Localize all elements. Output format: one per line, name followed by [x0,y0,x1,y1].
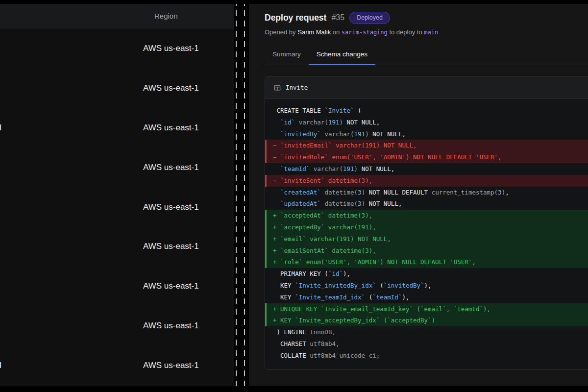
region-cell: AWS us-east-1 [143,281,199,291]
diff-line-ctx: KEY `Invite_invitedBy_idx` (`invitedBy`)… [265,280,588,292]
region-cell: AWS us-east-1 [143,202,199,212]
tab-bar: SummarySchema changes [265,50,588,65]
column-header-label: Region [154,12,178,20]
diff-line-del: − `invitedRole` enum('USER', 'ADMIN') NO… [265,151,588,163]
bottom-edge [0,386,588,392]
diff-line-ctx: COLLATE utf8mb4_unicode_ci; [265,350,588,362]
deploy-meta: Opened by Sarim Malik on sarim-staging t… [265,28,588,36]
table-icon [274,84,281,91]
diff-line-add: + `acceptedBy` varchar(191), [265,221,588,233]
region-cell: AWS us-east-1 [143,321,199,331]
region-cell: AWS us-east-1 [143,123,199,133]
table-row[interactable]: lAWS us-east-1 [0,345,234,385]
meta-prefix: Opened by [265,28,296,36]
regions-panel: Region AWS us-east-1AWS us-east-1lAWS us… [0,0,234,392]
diff-line-add: + `acceptedAt` datetime(3), [265,210,588,221]
region-cell: AWS us-east-1 [143,163,199,172]
diff-line-add: + `email` varchar(191) NOT NULL, [265,233,588,245]
deploy-request-number: #35 [331,13,344,22]
schema-diff-card: Invite CREATE TABLE `Invite` ( `id` varc… [265,76,588,370]
page-title: Deploy request [265,13,326,23]
panel-divider [234,0,249,392]
top-edge [0,0,588,4]
diff-line-ctx: `teamId` varchar(191) NOT NULL, [265,163,588,175]
regions-table: Region AWS us-east-1AWS us-east-1lAWS us… [0,4,234,386]
deploy-request-panel: Deploy request #35 Deployed Opened by Sa… [249,4,588,386]
meta-to-deploy-to: to deploy to [389,28,422,36]
table-row[interactable]: AWS us-east-1 [0,29,234,69]
table-row[interactable]: AWS us-east-1 [0,306,234,346]
table-row[interactable]: AWS us-east-1 [0,187,234,227]
dashed-border-right [244,0,245,392]
screenshot-root: Region AWS us-east-1AWS us-east-1lAWS us… [0,0,588,392]
diff-line-ctx: CREATE TABLE `Invite` ( [265,105,588,117]
meta-on: on [333,28,340,36]
table-row[interactable]: AWS us-east-1 [0,227,234,267]
table-row[interactable]: AWS us-east-1 [0,147,234,187]
author-name: Sarim Malik [297,28,331,36]
schema-diff: CREATE TABLE `Invite` ( `id` varchar(191… [265,99,588,369]
diff-line-ctx: `createdAt` datetime(3) NOT NULL DEFAULT… [265,187,588,198]
tab-schema-changes[interactable]: Schema changes [309,50,375,65]
tab-summary[interactable]: Summary [265,50,309,65]
diff-line-del: − `invitedEmail` varchar(191) NOT NULL, [265,140,588,151]
table-row[interactable]: lAWS us-east-1 [0,108,234,148]
region-cell: AWS us-east-1 [143,242,199,251]
diff-line-del: − `inviteSent` datetime(3), [265,175,588,187]
diff-line-ctx: `id` varchar(191) NOT NULL, [265,117,588,128]
deploy-request-header: Deploy request #35 Deployed [265,11,588,24]
diff-line-ctx: `invitedBy` varchar(191) NOT NULL, [265,128,588,140]
region-cell: AWS us-east-1 [143,44,199,53]
diff-line-ctx: PRIMARY KEY (`id`), [265,268,588,280]
region-cell: AWS us-east-1 [143,83,199,93]
table-row[interactable]: AWS us-east-1 [0,267,234,306]
target-branch-link[interactable]: main [424,29,438,36]
source-branch-link[interactable]: sarim-staging [342,29,388,36]
diff-line-add: + KEY `Invite_acceptedBy_idx` (`accepted… [265,315,588,326]
regions-rows: AWS us-east-1AWS us-east-1lAWS us-east-1… [0,29,234,386]
column-header-region: Region [0,4,234,28]
status-badge: Deployed [349,12,390,24]
diff-line-add: + `role` enum('USER', 'ADMIN') NOT NULL … [265,256,588,268]
truncated-cell-fragment: l [0,361,1,370]
region-cell: AWS us-east-1 [143,361,199,370]
dashed-border-left [236,0,237,392]
diff-line-ctx: ) ENGINE InnoDB, [265,326,588,338]
table-name: Invite [286,84,308,91]
truncated-cell-fragment: l [0,123,1,133]
table-row[interactable]: AWS us-east-1 [0,69,234,108]
diff-card-header: Invite [265,76,588,99]
diff-line-ctx: `updatedAt` datetime(3) NOT NULL, [265,198,588,210]
diff-line-add: + UNIQUE KEY `Invite_email_teamId_key` (… [265,303,588,315]
diff-line-ctx: KEY `Invite_teamId_idx` (`teamId`), [265,292,588,303]
diff-line-add: + `emailSentAt` datetime(3), [265,245,588,257]
diff-line-ctx: CHARSET utf8mb4, [265,338,588,350]
